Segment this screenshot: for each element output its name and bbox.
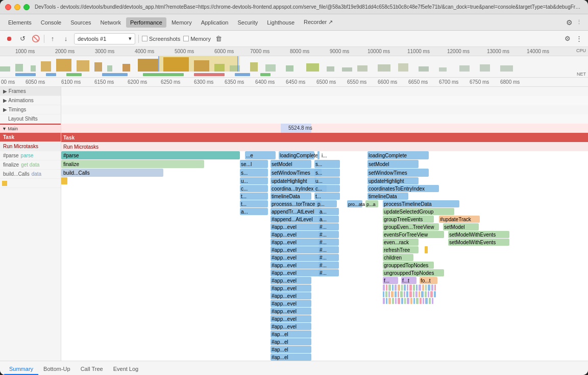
svg-rect-39: [260, 73, 271, 76]
nav-elements[interactable]: Elements: [4, 17, 36, 28]
svg-rect-40: [61, 87, 588, 96]
separator-2: [138, 35, 139, 43]
svg-text:#ap...el: #ap...el: [272, 332, 288, 337]
svg-rect-57: [317, 151, 320, 159]
nav-console[interactable]: Console: [37, 17, 65, 28]
svg-rect-16: [265, 64, 276, 72]
minimize-button[interactable]: [14, 4, 20, 10]
download-button[interactable]: ↓: [61, 34, 71, 44]
ruler-9000: 9000 ms: [330, 49, 349, 54]
expand-animations[interactable]: ▶ Animations: [3, 98, 34, 103]
flame-area: ▶ Frames ▶ Animations ▶ Timings Layout S…: [0, 87, 588, 361]
clear-button[interactable]: 🚫: [31, 34, 41, 44]
svg-rect-232: [428, 285, 430, 291]
svg-rect-230: [422, 285, 424, 291]
svg-text:#app...evel: #app...evel: [272, 255, 297, 261]
memory-checkbox[interactable]: Memory: [183, 36, 211, 42]
svg-text:processs...torTrace: processs...torTrace: [272, 201, 315, 207]
svg-rect-249: [425, 291, 427, 297]
svg-rect-33: [46, 73, 56, 76]
expand-timings[interactable]: ▶ Timings: [3, 107, 26, 112]
svg-rect-226: [409, 285, 412, 291]
svg-rect-237: [388, 291, 390, 297]
cpu-label: CPU: [576, 48, 586, 53]
overview-area: 1000 ms 2000 ms 3000 ms 4000 ms 5000 ms …: [0, 47, 588, 78]
tab-event-log[interactable]: Event Log: [108, 364, 144, 375]
svg-rect-26: [459, 65, 470, 72]
svg-text:fo...t: fo...t: [421, 278, 431, 284]
svg-rect-261: [407, 298, 409, 304]
svg-rect-241: [400, 291, 403, 297]
svg-text:#app...evel: #app...evel: [272, 309, 297, 314]
svg-rect-266: [423, 298, 424, 304]
svg-rect-221: [395, 285, 397, 291]
nav-security[interactable]: Security: [233, 17, 262, 28]
net-label: NET: [577, 72, 586, 77]
nav-application[interactable]: Application: [197, 17, 233, 28]
devtools-window: DevTools - devtools://devtools/bundled/d…: [0, 0, 588, 375]
svg-text:ungrouppedTopNodes: ungrouppedTopNodes: [384, 270, 434, 276]
nav-lighthouse[interactable]: Lighthouse: [263, 17, 299, 28]
close-button[interactable]: [5, 4, 11, 10]
upload-button[interactable]: ↑: [47, 34, 58, 44]
svg-text:a...: a...: [320, 209, 327, 215]
perf-settings-icon[interactable]: ⚙: [565, 35, 571, 42]
svg-text:setWindowTimes: setWindowTimes: [369, 170, 407, 176]
record-button[interactable]: ⏺: [4, 34, 14, 44]
perf-more-button[interactable]: ⋮: [574, 34, 584, 44]
svg-rect-243: [406, 291, 408, 297]
svg-text:#updateTrack: #updateTrack: [440, 217, 472, 222]
cpu-overview[interactable]: [0, 56, 588, 72]
tab-bottom-up[interactable]: Bottom-Up: [38, 364, 76, 375]
svg-rect-5: [56, 59, 71, 72]
svg-rect-248: [421, 291, 424, 297]
left-row-run-microtasks: Run Microtasks: [0, 142, 61, 151]
svg-rect-31: [159, 56, 237, 72]
left-row-yellow-block: [0, 179, 61, 188]
svg-text:children: children: [384, 255, 402, 261]
overflow-menu-button[interactable]: ⋮: [574, 17, 584, 28]
net-overview[interactable]: NET: [0, 72, 588, 78]
settings-gear-icon[interactable]: ⚙: [566, 18, 573, 27]
screenshots-checkbox[interactable]: Screenshots: [142, 36, 180, 42]
svg-rect-2: [15, 64, 23, 72]
nav-memory[interactable]: Memory: [167, 17, 196, 28]
svg-text:groupTreeEvents: groupTreeEvents: [384, 217, 423, 222]
svg-rect-42: [61, 105, 588, 114]
svg-rect-37: [194, 73, 225, 76]
maximize-button[interactable]: [23, 4, 30, 10]
reload-record-button[interactable]: ↺: [17, 34, 28, 44]
svg-text:t...: t...: [241, 194, 247, 199]
svg-rect-222: [398, 285, 400, 291]
nav-sources[interactable]: Sources: [66, 17, 95, 28]
nav-recorder[interactable]: Recorder ↗: [300, 17, 337, 28]
overview-ruler: 1000 ms 2000 ms 3000 ms 4000 ms 5000 ms …: [0, 47, 588, 56]
tab-call-tree[interactable]: Call Tree: [76, 364, 108, 375]
svg-rect-258: [398, 298, 400, 304]
svg-text:#app...evel: #app...evel: [272, 301, 297, 307]
svg-text:c...: c...: [241, 186, 248, 192]
trash-button[interactable]: 🗑: [214, 34, 224, 44]
svg-text:#ap...el: #ap...el: [272, 355, 288, 360]
svg-rect-47: [61, 133, 588, 142]
svg-text:eventsForTreeView: eventsForTreeView: [384, 232, 428, 238]
memory-checkbox-input[interactable]: [183, 36, 189, 41]
nav-performance[interactable]: Performance: [126, 17, 166, 28]
expand-frames[interactable]: ▶ Frames: [3, 88, 26, 94]
svg-rect-257: [395, 298, 397, 304]
screenshots-checkbox-input[interactable]: [142, 36, 148, 41]
svg-text:coordina...tryIndex: coordina...tryIndex: [272, 186, 313, 192]
detail-ruler-6800: 6800 ms: [500, 79, 520, 85]
detail-ruler-6150: 6150 ms: [94, 79, 114, 85]
detail-ruler-6500: 6500 ms: [316, 79, 336, 85]
nav-network[interactable]: Network: [96, 17, 125, 28]
tab-summary[interactable]: Summary: [4, 364, 38, 375]
svg-rect-238: [391, 291, 394, 297]
target-selector[interactable]: devtools #1 ▾: [74, 33, 135, 44]
svg-rect-4: [41, 61, 51, 72]
svg-rect-251: [430, 291, 433, 297]
right-panel[interactable]: 5524.8 ms Task Run Microtasks #parse ...…: [61, 87, 588, 361]
svg-text:#ap...el: #ap...el: [272, 339, 288, 345]
svg-rect-7: [94, 62, 102, 72]
left-row-layout-shifts: Layout Shifts: [0, 114, 61, 124]
